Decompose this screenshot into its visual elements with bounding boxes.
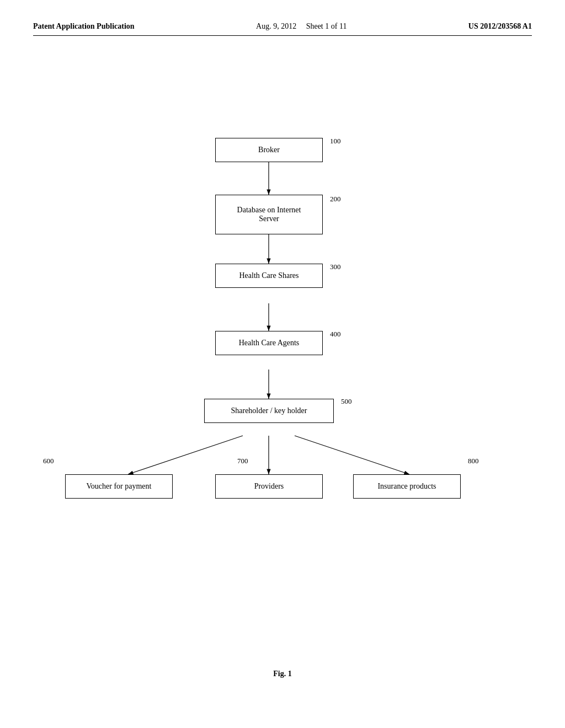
page: Patent Application Publication Aug. 9, 2…: [0, 0, 565, 728]
header-right: US 2012/203568 A1: [468, 22, 532, 31]
broker-ref: 100: [330, 137, 341, 146]
header-date: Aug. 9, 2012: [256, 22, 296, 30]
svg-line-7: [295, 436, 409, 474]
header-sheet: Sheet 1 of 11: [306, 22, 347, 30]
insurance-ref: 800: [468, 457, 479, 465]
insurance-box: Insurance products: [353, 474, 461, 499]
header-center: Aug. 9, 2012 Sheet 1 of 11: [256, 22, 347, 31]
diagram-area: Broker 100 Database on Internet Server 2…: [0, 88, 565, 585]
voucher-box: Voucher for payment: [65, 474, 173, 499]
shareholder-label: Shareholder / key holder: [231, 406, 307, 415]
shareholder-ref: 500: [341, 397, 352, 406]
broker-label: Broker: [258, 146, 280, 154]
hc-agents-label: Health Care Agents: [239, 339, 300, 347]
header-left: Patent Application Publication: [33, 22, 135, 31]
shareholder-box: Shareholder / key holder: [204, 399, 334, 423]
hc-agents-box: Health Care Agents: [215, 331, 323, 355]
providers-label: Providers: [254, 482, 284, 491]
database-box: Database on Internet Server: [215, 195, 323, 234]
page-header: Patent Application Publication Aug. 9, 2…: [33, 22, 532, 36]
broker-box: Broker: [215, 138, 323, 162]
hc-shares-box: Health Care Shares: [215, 264, 323, 288]
providers-box: Providers: [215, 474, 323, 499]
voucher-label: Voucher for payment: [87, 482, 152, 491]
hc-agents-ref: 400: [330, 330, 341, 339]
insurance-label: Insurance products: [377, 482, 436, 491]
database-label: Database on Internet Server: [237, 206, 301, 223]
hc-shares-label: Health Care Shares: [239, 271, 299, 280]
database-ref: 200: [330, 195, 341, 204]
voucher-ref: 600: [43, 457, 54, 465]
fig-caption-text: Fig. 1: [273, 670, 291, 678]
fig-caption: Fig. 1: [0, 670, 565, 678]
providers-ref: 700: [237, 457, 248, 465]
hc-shares-ref: 300: [330, 263, 341, 271]
svg-line-5: [128, 436, 243, 474]
